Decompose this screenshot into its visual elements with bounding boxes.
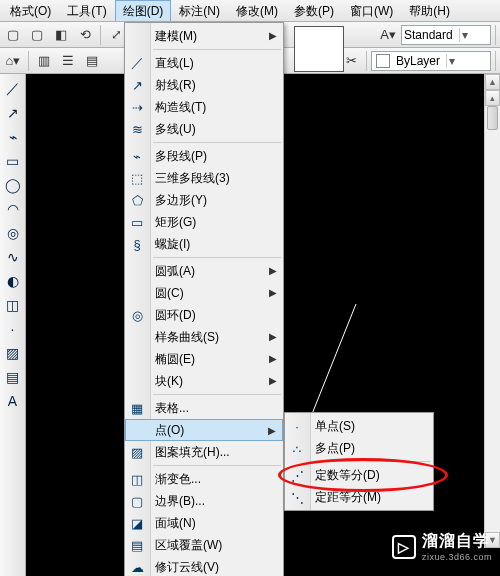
menubar-item-tools[interactable]: 工具(T) [59, 0, 114, 21]
mi-label: 构造线(T) [155, 99, 206, 116]
dropdown-arrow-icon: ▾ [459, 28, 473, 42]
mi-measure[interactable]: ⋱ 定距等分(M) [285, 486, 433, 508]
mi-multi-point[interactable]: ⸫ 多点(P) [285, 437, 433, 459]
mi-ray[interactable]: ↗ 射线(R) [125, 74, 283, 96]
mi-label: 渐变色... [155, 471, 201, 488]
tb1-btn-3[interactable]: ◧ [50, 24, 72, 46]
bylayer-combo[interactable]: ByLayer ▾ [371, 51, 491, 71]
lt-donut[interactable]: ◎ [2, 222, 24, 244]
mi-wipeout[interactable]: ▤ 区域覆盖(W) [125, 534, 283, 556]
mi-label: 定数等分(D) [315, 467, 380, 484]
tb2-btn-2[interactable]: ▥ [33, 50, 55, 72]
mi-donut[interactable]: ◎ 圆环(D) [125, 304, 283, 326]
mi-divide[interactable]: ⋰ 定数等分(D) [285, 464, 433, 486]
divide-icon: ⋰ [289, 467, 305, 483]
mi-line[interactable]: ／ 直线(L) [125, 52, 283, 74]
helix-icon: § [129, 236, 145, 252]
mi-table[interactable]: ▦ 表格... [125, 397, 283, 419]
menubar-item-draw[interactable]: 绘图(D) [115, 0, 172, 21]
tb2-home[interactable]: ⌂▾ [2, 50, 24, 72]
mi-label: 圆弧(A) [155, 263, 195, 280]
watermark-title: 溜溜自学 [422, 531, 492, 552]
mi-mline[interactable]: ≋ 多线(U) [125, 118, 283, 140]
lt-ray[interactable]: ↗ [2, 102, 24, 124]
mi-hatch[interactable]: ▨ 图案填充(H)... [125, 441, 283, 463]
mi-single-point[interactable]: · 单点(S) [285, 415, 433, 437]
revcloud-icon: ☁ [129, 559, 145, 575]
mi-gradient[interactable]: ◫ 渐变色... [125, 468, 283, 490]
scroll-up-btn[interactable]: ▲ [485, 74, 500, 90]
mi-pline[interactable]: ⌁ 多段线(P) [125, 145, 283, 167]
single-point-icon: · [289, 418, 305, 434]
mi-label: 边界(B)... [155, 493, 205, 510]
mi-label: 样条曲线(S) [155, 329, 219, 346]
scroll-nudge-btn[interactable]: ▴ [485, 90, 500, 106]
lt-pline[interactable]: ⌁ [2, 126, 24, 148]
xline-icon: ⇢ [129, 99, 145, 115]
mi-3dpline[interactable]: ⬚ 三维多段线(3) [125, 167, 283, 189]
lt-arc[interactable]: ◠ [2, 198, 24, 220]
lt-spline[interactable]: ∿ [2, 246, 24, 268]
mi-helix[interactable]: § 螺旋(I) [125, 233, 283, 255]
bylayer-combo-value: ByLayer [394, 54, 446, 68]
submenu-arrow-icon: ▶ [269, 287, 277, 298]
mi-point[interactable]: 点(O) ▶ [125, 419, 283, 441]
measure-icon: ⋱ [289, 489, 305, 505]
lt-ellipse[interactable]: ◐ [2, 270, 24, 292]
mi-label: 点(O) [155, 422, 184, 439]
lt-hatch[interactable]: ▨ [2, 342, 24, 364]
tb2-btn-4[interactable]: ▤ [81, 50, 103, 72]
tb2-btn-3[interactable]: ☰ [57, 50, 79, 72]
mi-polygon[interactable]: ⬠ 多边形(Y) [125, 189, 283, 211]
blank-icon [129, 351, 145, 367]
mi-label: 圆(C) [155, 285, 184, 302]
mi-modeling[interactable]: 建模(M) ▶ [125, 25, 283, 47]
mi-revcloud[interactable]: ☁ 修订云线(V) [125, 556, 283, 576]
menubar-item-dim[interactable]: 标注(N) [171, 0, 228, 21]
lt-line[interactable]: ／ [2, 78, 24, 100]
lt-rect[interactable]: ▭ [2, 150, 24, 172]
mi-arc[interactable]: 圆弧(A) ▶ [125, 260, 283, 282]
mi-label: 射线(R) [155, 77, 196, 94]
gradient-icon: ◫ [129, 471, 145, 487]
mi-spline[interactable]: 样条曲线(S) ▶ [125, 326, 283, 348]
menubar-item-help[interactable]: 帮助(H) [401, 0, 458, 21]
tb1-btn-1[interactable]: ▢ [2, 24, 24, 46]
standard-combo[interactable]: Standard ▾ [401, 25, 491, 45]
menubar-item-modify[interactable]: 修改(M) [228, 0, 286, 21]
menubar-item-format[interactable]: 格式(O) [2, 0, 59, 21]
tb1-btn-4[interactable]: ⟲ [74, 24, 96, 46]
tb-sep [366, 51, 367, 71]
mi-region[interactable]: ◪ 面域(N) [125, 512, 283, 534]
lt-point[interactable]: · [2, 318, 24, 340]
table-icon: ▦ [129, 400, 145, 416]
menu-sep [153, 142, 281, 143]
lt-text[interactable]: A [2, 390, 24, 412]
lt-block[interactable]: ◫ [2, 294, 24, 316]
menubar-item-param[interactable]: 参数(P) [286, 0, 342, 21]
mi-label: 多段线(P) [155, 148, 207, 165]
tb-sep [100, 25, 101, 45]
tb1-btn-2[interactable]: ▢ [26, 24, 48, 46]
mi-label: 直线(L) [155, 55, 194, 72]
submenu-arrow-icon: ▶ [269, 30, 277, 41]
scroll-track[interactable] [485, 106, 500, 532]
lt-circle[interactable]: ◯ [2, 174, 24, 196]
mi-rect[interactable]: ▭ 矩形(G) [125, 211, 283, 233]
mi-boundary[interactable]: ▢ 边界(B)... [125, 490, 283, 512]
menubar-item-window[interactable]: 窗口(W) [342, 0, 401, 21]
tb-sep [495, 25, 496, 45]
hatch-icon: ▨ [129, 444, 145, 460]
mi-label: 面域(N) [155, 515, 196, 532]
mi-label: 图案填充(H)... [155, 444, 230, 461]
watermark-subtitle: zixue.3d66.com [422, 552, 492, 562]
mi-ellipse[interactable]: 椭圆(E) ▶ [125, 348, 283, 370]
tb1-btn-std1[interactable]: A▾ [377, 24, 399, 46]
lt-region[interactable]: ▤ [2, 366, 24, 388]
mi-block[interactable]: 块(K) ▶ [125, 370, 283, 392]
mi-circle[interactable]: 圆(C) ▶ [125, 282, 283, 304]
mi-xline[interactable]: ⇢ 构造线(T) [125, 96, 283, 118]
mline-icon: ≋ [129, 121, 145, 137]
scroll-thumb[interactable] [487, 106, 498, 130]
vertical-scrollbar[interactable]: ▲ ▴ ▼ [484, 74, 500, 548]
